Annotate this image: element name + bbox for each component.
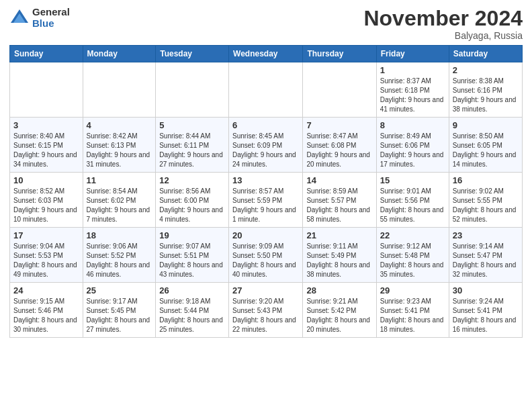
calendar-day-header: Friday: [376, 46, 449, 62]
day-number: 1: [380, 65, 445, 75]
header: General Blue November 2024 Balyaga, Russ…: [9, 7, 523, 41]
day-info: Sunrise: 8:42 AMSunset: 6:13 PMDaylight:…: [87, 132, 152, 169]
day-number: 11: [87, 175, 152, 185]
calendar-cell: 7Sunrise: 8:47 AMSunset: 6:08 PMDaylight…: [303, 118, 376, 173]
calendar-cell: [229, 62, 303, 118]
day-info: Sunrise: 9:20 AMSunset: 5:43 PMDaylight:…: [232, 297, 299, 334]
day-info: Sunrise: 9:18 AMSunset: 5:44 PMDaylight:…: [159, 297, 225, 334]
calendar-cell: 8Sunrise: 8:49 AMSunset: 6:06 PMDaylight…: [376, 118, 449, 173]
day-info: Sunrise: 9:17 AMSunset: 5:45 PMDaylight:…: [87, 297, 152, 334]
calendar-cell: 5Sunrise: 8:44 AMSunset: 6:11 PMDaylight…: [156, 118, 229, 173]
day-number: 10: [13, 175, 79, 185]
day-number: 16: [453, 175, 519, 185]
calendar-cell: 28Sunrise: 9:21 AMSunset: 5:42 PMDayligh…: [303, 283, 376, 338]
day-info: Sunrise: 9:07 AMSunset: 5:51 PMDaylight:…: [159, 242, 225, 279]
day-info: Sunrise: 9:09 AMSunset: 5:50 PMDaylight:…: [232, 242, 299, 279]
calendar-cell: [303, 62, 376, 118]
day-number: 22: [380, 230, 445, 240]
calendar-cell: 22Sunrise: 9:12 AMSunset: 5:48 PMDayligh…: [376, 228, 449, 283]
day-info: Sunrise: 8:57 AMSunset: 5:59 PMDaylight:…: [232, 187, 299, 224]
day-info: Sunrise: 9:06 AMSunset: 5:52 PMDaylight:…: [87, 242, 152, 279]
month-title: November 2024: [363, 7, 523, 30]
day-info: Sunrise: 9:04 AMSunset: 5:53 PMDaylight:…: [13, 242, 79, 279]
calendar-week-row: 10Sunrise: 8:52 AMSunset: 6:03 PMDayligh…: [10, 173, 523, 228]
calendar-day-header: Thursday: [303, 46, 376, 62]
calendar-cell: 21Sunrise: 9:11 AMSunset: 5:49 PMDayligh…: [303, 228, 376, 283]
day-info: Sunrise: 8:44 AMSunset: 6:11 PMDaylight:…: [159, 132, 225, 169]
day-number: 7: [306, 120, 372, 130]
calendar-cell: 24Sunrise: 9:15 AMSunset: 5:46 PMDayligh…: [10, 283, 83, 338]
calendar-cell: 3Sunrise: 8:40 AMSunset: 6:15 PMDaylight…: [10, 118, 83, 173]
day-info: Sunrise: 8:56 AMSunset: 6:00 PMDaylight:…: [159, 187, 225, 224]
day-number: 5: [159, 120, 225, 130]
calendar-cell: 12Sunrise: 8:56 AMSunset: 6:00 PMDayligh…: [156, 173, 229, 228]
calendar-week-row: 24Sunrise: 9:15 AMSunset: 5:46 PMDayligh…: [10, 283, 523, 338]
day-number: 21: [306, 230, 372, 240]
logo: General Blue: [9, 7, 70, 29]
calendar-cell: 4Sunrise: 8:42 AMSunset: 6:13 PMDaylight…: [83, 118, 156, 173]
day-info: Sunrise: 8:47 AMSunset: 6:08 PMDaylight:…: [306, 132, 372, 169]
day-info: Sunrise: 9:01 AMSunset: 5:56 PMDaylight:…: [380, 187, 445, 224]
calendar-week-row: 3Sunrise: 8:40 AMSunset: 6:15 PMDaylight…: [10, 118, 523, 173]
calendar-week-row: 1Sunrise: 8:37 AMSunset: 6:18 PMDaylight…: [10, 62, 523, 118]
day-number: 8: [380, 120, 445, 130]
day-info: Sunrise: 9:02 AMSunset: 5:55 PMDaylight:…: [453, 187, 519, 224]
day-number: 30: [453, 285, 519, 295]
calendar-cell: 26Sunrise: 9:18 AMSunset: 5:44 PMDayligh…: [156, 283, 229, 338]
day-number: 6: [232, 120, 299, 130]
day-number: 26: [159, 285, 225, 295]
calendar-cell: 25Sunrise: 9:17 AMSunset: 5:45 PMDayligh…: [83, 283, 156, 338]
calendar-cell: 20Sunrise: 9:09 AMSunset: 5:50 PMDayligh…: [229, 228, 303, 283]
calendar-day-header: Sunday: [10, 46, 83, 62]
calendar-cell: [10, 62, 83, 118]
day-info: Sunrise: 9:14 AMSunset: 5:47 PMDaylight:…: [453, 242, 519, 279]
calendar-day-header: Monday: [83, 46, 156, 62]
day-info: Sunrise: 9:12 AMSunset: 5:48 PMDaylight:…: [380, 242, 445, 279]
day-info: Sunrise: 8:52 AMSunset: 6:03 PMDaylight:…: [13, 187, 79, 224]
day-number: 2: [453, 65, 519, 75]
calendar-cell: 23Sunrise: 9:14 AMSunset: 5:47 PMDayligh…: [449, 228, 522, 283]
calendar-table: SundayMondayTuesdayWednesdayThursdayFrid…: [9, 45, 523, 338]
location: Balyaga, Russia: [363, 30, 523, 41]
logo-blue: Blue: [32, 18, 70, 30]
day-number: 15: [380, 175, 445, 185]
day-number: 23: [453, 230, 519, 240]
calendar-cell: [83, 62, 156, 118]
page: General Blue November 2024 Balyaga, Russ…: [0, 0, 532, 411]
title-section: November 2024 Balyaga, Russia: [363, 7, 523, 41]
day-number: 27: [232, 285, 299, 295]
calendar-cell: 29Sunrise: 9:23 AMSunset: 5:41 PMDayligh…: [376, 283, 449, 338]
day-number: 17: [13, 230, 79, 240]
calendar-cell: 10Sunrise: 8:52 AMSunset: 6:03 PMDayligh…: [10, 173, 83, 228]
calendar-cell: 13Sunrise: 8:57 AMSunset: 5:59 PMDayligh…: [229, 173, 303, 228]
calendar-cell: 14Sunrise: 8:59 AMSunset: 5:57 PMDayligh…: [303, 173, 376, 228]
day-number: 13: [232, 175, 299, 185]
day-number: 4: [87, 120, 152, 130]
day-info: Sunrise: 8:38 AMSunset: 6:16 PMDaylight:…: [453, 77, 519, 114]
calendar-cell: 19Sunrise: 9:07 AMSunset: 5:51 PMDayligh…: [156, 228, 229, 283]
day-number: 24: [13, 285, 79, 295]
calendar-cell: 9Sunrise: 8:50 AMSunset: 6:05 PMDaylight…: [449, 118, 522, 173]
day-info: Sunrise: 9:24 AMSunset: 5:41 PMDaylight:…: [453, 297, 519, 334]
day-info: Sunrise: 8:37 AMSunset: 6:18 PMDaylight:…: [380, 77, 445, 114]
day-info: Sunrise: 8:59 AMSunset: 5:57 PMDaylight:…: [306, 187, 372, 224]
day-info: Sunrise: 8:54 AMSunset: 6:02 PMDaylight:…: [87, 187, 152, 224]
day-info: Sunrise: 8:45 AMSunset: 6:09 PMDaylight:…: [232, 132, 299, 169]
calendar-cell: 16Sunrise: 9:02 AMSunset: 5:55 PMDayligh…: [449, 173, 522, 228]
day-number: 12: [159, 175, 225, 185]
calendar-cell: 18Sunrise: 9:06 AMSunset: 5:52 PMDayligh…: [83, 228, 156, 283]
calendar-cell: 6Sunrise: 8:45 AMSunset: 6:09 PMDaylight…: [229, 118, 303, 173]
day-number: 20: [232, 230, 299, 240]
day-number: 9: [453, 120, 519, 130]
logo-general: General: [32, 7, 70, 18]
day-number: 28: [306, 285, 372, 295]
calendar-cell: 27Sunrise: 9:20 AMSunset: 5:43 PMDayligh…: [229, 283, 303, 338]
calendar-header-row: SundayMondayTuesdayWednesdayThursdayFrid…: [10, 46, 523, 62]
day-number: 18: [87, 230, 152, 240]
day-info: Sunrise: 9:21 AMSunset: 5:42 PMDaylight:…: [306, 297, 372, 334]
calendar-cell: 2Sunrise: 8:38 AMSunset: 6:16 PMDaylight…: [449, 62, 522, 118]
day-info: Sunrise: 9:15 AMSunset: 5:46 PMDaylight:…: [13, 297, 79, 334]
calendar-week-row: 17Sunrise: 9:04 AMSunset: 5:53 PMDayligh…: [10, 228, 523, 283]
calendar-cell: 11Sunrise: 8:54 AMSunset: 6:02 PMDayligh…: [83, 173, 156, 228]
day-info: Sunrise: 8:40 AMSunset: 6:15 PMDaylight:…: [13, 132, 79, 169]
